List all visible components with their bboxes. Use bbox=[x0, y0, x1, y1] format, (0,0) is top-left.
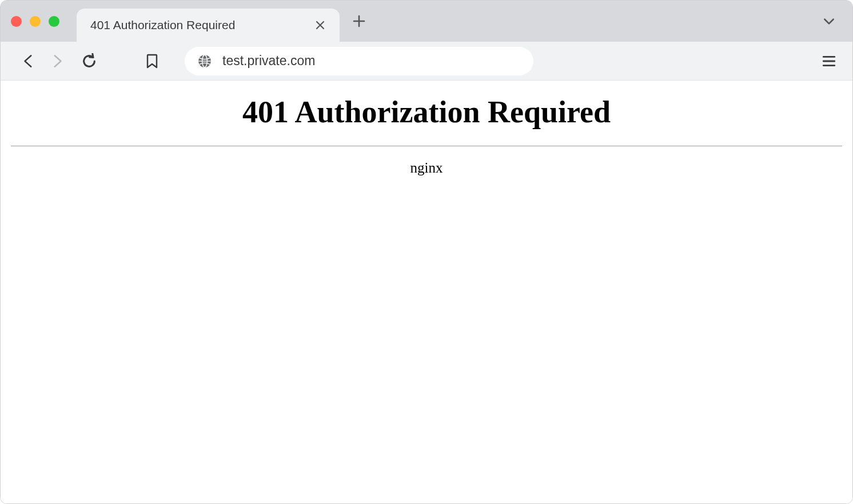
forward-button[interactable] bbox=[45, 49, 69, 73]
new-tab-button[interactable] bbox=[352, 14, 366, 28]
window-close-button[interactable] bbox=[11, 16, 22, 27]
hamburger-icon bbox=[822, 54, 836, 69]
bookmark-icon bbox=[145, 53, 159, 69]
error-heading: 401 Authorization Required bbox=[11, 94, 842, 130]
back-button[interactable] bbox=[17, 49, 41, 73]
active-tab[interactable]: 401 Authorization Required bbox=[77, 9, 340, 42]
reload-icon bbox=[81, 53, 97, 69]
window-controls bbox=[11, 16, 59, 27]
bookmark-button[interactable] bbox=[140, 49, 164, 73]
window-maximize-button[interactable] bbox=[49, 16, 59, 27]
close-tab-button[interactable] bbox=[314, 19, 326, 31]
forward-icon bbox=[50, 54, 65, 69]
close-icon bbox=[315, 20, 325, 30]
reload-button[interactable] bbox=[77, 49, 101, 73]
divider bbox=[11, 146, 842, 146]
site-info-button[interactable] bbox=[197, 54, 212, 69]
window-minimize-button[interactable] bbox=[30, 16, 41, 27]
chevron-down-icon bbox=[822, 14, 836, 29]
menu-button[interactable] bbox=[822, 54, 836, 69]
server-name: nginx bbox=[11, 160, 842, 176]
url-bar[interactable] bbox=[185, 47, 533, 75]
back-icon bbox=[21, 54, 36, 69]
browser-window: 401 Authorization Required bbox=[0, 0, 853, 504]
tab-title: 401 Authorization Required bbox=[90, 18, 235, 32]
tab-bar: 401 Authorization Required bbox=[1, 1, 852, 42]
tab-list-button[interactable] bbox=[822, 14, 842, 29]
page-content: 401 Authorization Required nginx bbox=[1, 81, 852, 503]
globe-icon bbox=[197, 54, 212, 69]
plus-icon bbox=[352, 14, 366, 28]
toolbar bbox=[1, 42, 852, 81]
url-input[interactable] bbox=[222, 53, 521, 69]
